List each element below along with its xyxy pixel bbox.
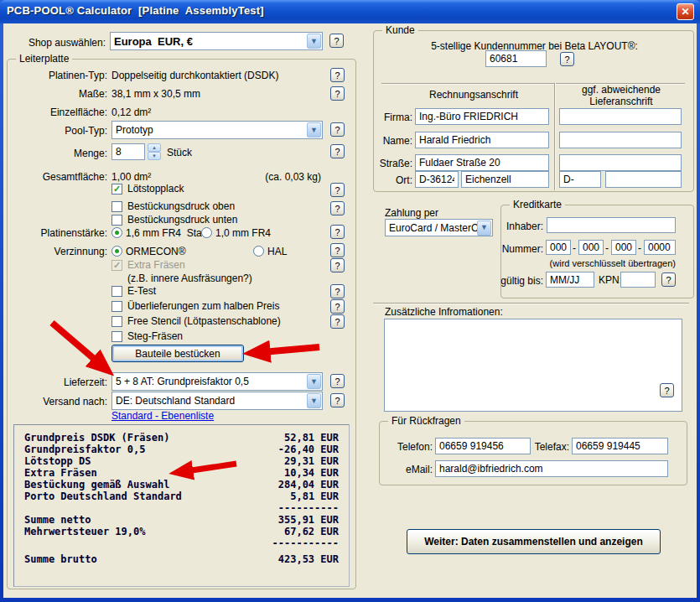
titlebar[interactable]: PCB-POOL® Calculator [Platine AssemblyTe… bbox=[0, 0, 700, 23]
masse-value: 38,1 mm x 30,5 mm bbox=[111, 88, 200, 100]
spinner-up-icon[interactable]: ▲ bbox=[148, 143, 161, 152]
price-value: ----------- bbox=[240, 537, 339, 549]
liefer-strasse-input[interactable] bbox=[559, 154, 682, 171]
lieferzeit-label: Lieferzeit: bbox=[8, 376, 107, 388]
kundennummer-input[interactable] bbox=[485, 50, 547, 67]
kartennummer-2-input[interactable] bbox=[578, 240, 604, 255]
telefon-input[interactable] bbox=[435, 438, 531, 454]
liefer-ort-input[interactable] bbox=[605, 171, 682, 188]
ormecon-radio[interactable] bbox=[111, 246, 122, 257]
help-lieferzeit-button[interactable]: ? bbox=[330, 374, 345, 388]
bestueckungsdruck-oben-checkbox[interactable]: ✓ bbox=[111, 201, 122, 212]
email-label: eMail: bbox=[381, 464, 433, 475]
rechnungsanschrift-header: Rechnungsanschrift bbox=[417, 89, 531, 101]
price-label: Summe brutto bbox=[24, 553, 97, 565]
zusatz-textarea[interactable] bbox=[384, 319, 682, 412]
kartennummer-3-input[interactable] bbox=[611, 240, 636, 255]
kartennummer-4-input[interactable] bbox=[644, 240, 676, 255]
kreditkarte-hint: (wird verschlüsselt übertragen) bbox=[520, 257, 676, 269]
help-menge-button[interactable]: ? bbox=[330, 144, 345, 158]
ort-input[interactable] bbox=[461, 171, 549, 188]
steg-fraesen-checkbox[interactable]: ✓ bbox=[111, 331, 122, 342]
price-label: Mehrwertsteuer 19,0% bbox=[24, 526, 146, 537]
gueltig-bis-input[interactable] bbox=[546, 272, 594, 288]
firma-input[interactable] bbox=[415, 108, 549, 125]
help-etest-button[interactable]: ? bbox=[330, 284, 345, 298]
price-label: Lötstopp DS bbox=[24, 455, 91, 467]
help-bestueckungsdruck-button[interactable]: ? bbox=[330, 201, 345, 215]
liefer-plz-input[interactable] bbox=[559, 171, 601, 188]
help-zusatz-button[interactable]: ? bbox=[660, 383, 674, 397]
price-value: 5,81 EUR bbox=[240, 490, 339, 502]
loetstopplack-checkbox[interactable]: ✓ bbox=[111, 184, 122, 195]
price-separator: ---------- bbox=[24, 502, 339, 514]
chevron-down-icon[interactable]: ▼ bbox=[307, 34, 321, 49]
gesamtflaeche-value: 1,00 dm² bbox=[111, 171, 151, 183]
liefer-firma-input[interactable] bbox=[559, 108, 682, 125]
bauteile-bestuecken-button[interactable]: Bauteile bestücken bbox=[111, 345, 244, 362]
chevron-down-icon[interactable]: ▼ bbox=[307, 122, 321, 138]
price-value: 29,31 EUR bbox=[240, 455, 339, 467]
help-pool-typ-button[interactable]: ? bbox=[330, 122, 345, 137]
lieferzeit-value: 5 + 8 AT: Grundpreisfaktor 0,5 bbox=[112, 376, 307, 387]
nummer-label: Nummer: bbox=[469, 243, 543, 255]
staerke-10-radio[interactable] bbox=[201, 227, 212, 238]
plz-input[interactable] bbox=[415, 171, 459, 188]
help-verzinnung-button[interactable]: ? bbox=[330, 243, 345, 257]
ueberlieferungen-checkbox[interactable]: ✓ bbox=[111, 301, 122, 312]
help-ueberlieferungen-button[interactable]: ? bbox=[330, 299, 345, 314]
kartennummer-1-input[interactable] bbox=[546, 240, 571, 255]
price-value: 423,53 EUR bbox=[240, 553, 339, 565]
price-summary-box: Grundpreis DSDK (Fräsen)52,81 EUR Grundp… bbox=[13, 424, 350, 587]
steg-fraesen-label: Steg-Fräsen bbox=[127, 330, 183, 342]
help-masse-button[interactable]: ? bbox=[330, 86, 345, 101]
help-platinen-typ-button[interactable]: ? bbox=[330, 68, 345, 82]
versand-select[interactable]: DE: Deutschland Standard ▼ bbox=[111, 392, 323, 410]
weiter-button[interactable]: Weiter: Daten zusammenstellen und anzeig… bbox=[407, 529, 661, 554]
bestueckungsdruck-unten-checkbox[interactable]: ✓ bbox=[111, 215, 122, 226]
menge-stepper[interactable]: ▲ ▼ bbox=[148, 143, 161, 160]
pool-typ-select[interactable]: Prototyp ▼ bbox=[111, 121, 323, 139]
staerke-16-radio[interactable] bbox=[111, 227, 122, 238]
etest-label: E-Test bbox=[127, 285, 156, 297]
kpn-input[interactable] bbox=[620, 272, 656, 288]
check-icon: ✓ bbox=[113, 184, 121, 194]
price-row: Grundpreis DSDK (Fräsen)52,81 EUR bbox=[24, 432, 339, 444]
lieferzeit-select[interactable]: 5 + 8 AT: Grundpreisfaktor 0,5 ▼ bbox=[111, 372, 323, 391]
name-input[interactable] bbox=[415, 132, 549, 148]
hal-radio[interactable] bbox=[253, 246, 264, 257]
spinner-down-icon[interactable]: ▼ bbox=[148, 152, 161, 160]
chevron-down-icon[interactable]: ▼ bbox=[307, 374, 321, 389]
help-versand-button[interactable]: ? bbox=[330, 393, 345, 407]
help-shop-button[interactable]: ? bbox=[329, 34, 344, 48]
lieferanschrift-header-2: Lieferanschrift bbox=[558, 96, 684, 107]
kunde-column-divider bbox=[554, 83, 555, 190]
price-label: Summe netto bbox=[24, 514, 91, 526]
close-button[interactable]: ✕ bbox=[677, 3, 694, 20]
pool-typ-value: Prototyp bbox=[112, 124, 307, 136]
help-loetstopplack-button[interactable]: ? bbox=[330, 183, 345, 197]
telefax-input[interactable] bbox=[572, 438, 668, 454]
strasse-input[interactable] bbox=[415, 154, 549, 171]
etest-checkbox[interactable]: ✓ bbox=[111, 286, 122, 297]
price-row: Summe netto355,91 EUR bbox=[24, 514, 339, 526]
free-stencil-checkbox[interactable]: ✓ bbox=[111, 316, 122, 327]
bestueckungsdruck-unten-label: Bestückungsdruck unten bbox=[127, 214, 237, 226]
help-kundennummer-button[interactable]: ? bbox=[560, 52, 574, 66]
help-platinenstaerke-button[interactable]: ? bbox=[330, 225, 345, 239]
menge-input[interactable] bbox=[111, 143, 145, 160]
chevron-down-icon[interactable]: ▼ bbox=[307, 393, 321, 408]
liefer-name-input[interactable] bbox=[559, 132, 682, 148]
platinen-typ-label: Platinen-Typ: bbox=[8, 70, 107, 81]
help-free-stencil-button[interactable]: ? bbox=[330, 314, 345, 329]
ebenenliste-link[interactable]: Standard - Ebenenliste bbox=[111, 410, 214, 422]
rueckfragen-group-title: Für Rückfragen bbox=[388, 415, 464, 427]
inhaber-label: Inhaber: bbox=[469, 221, 543, 232]
extra-fraesen-checkbox: ✓ bbox=[111, 260, 122, 271]
inhaber-input[interactable] bbox=[547, 217, 676, 233]
email-input[interactable] bbox=[435, 460, 668, 477]
nummer-separator: - bbox=[573, 242, 576, 254]
shop-select[interactable]: Europa EUR, € ▼ bbox=[110, 32, 323, 50]
help-kpn-button[interactable]: ? bbox=[661, 272, 676, 287]
help-extra-fraesen-button[interactable]: ? bbox=[330, 258, 345, 272]
